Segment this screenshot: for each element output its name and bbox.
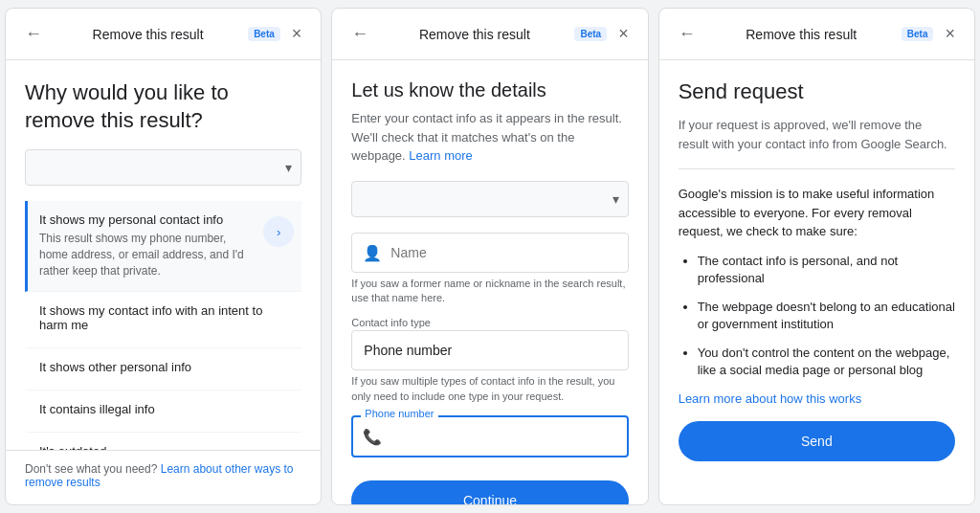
back-icon-3: ←	[679, 24, 696, 44]
panel-3-heading: Send request	[679, 79, 955, 104]
contact-type-label: Contact info type	[351, 317, 628, 328]
option-harm-title: It shows my contact info with an intent …	[39, 303, 294, 332]
panel-2-back-button[interactable]: ←	[347, 20, 372, 48]
back-icon-2: ←	[351, 24, 368, 44]
close-icon: ×	[292, 24, 302, 44]
back-icon: ←	[25, 24, 42, 44]
contact-type-field-group: Contact info type Phone number If you sa…	[351, 317, 628, 404]
panel-1-beta-badge: Beta	[248, 27, 280, 41]
panel-1: ← Remove this result Beta × Why would yo…	[5, 8, 322, 505]
panel-3-back-button[interactable]: ←	[675, 20, 700, 48]
contact-type-hint: If you saw multiple types of contact inf…	[351, 374, 628, 404]
phone-input-wrapper: Phone number 📞	[351, 415, 628, 457]
name-input-hint: If you saw a former name or nickname in …	[351, 277, 628, 306]
option-personal-contact-title: It shows my personal contact info	[39, 212, 256, 227]
panel-3-beta-badge: Beta	[902, 27, 934, 41]
name-field-group: 👤 If you saw a former name or nickname i…	[351, 233, 628, 306]
panel-1-content: Why would you like to remove this result…	[6, 60, 321, 450]
option-personal-contact[interactable]: It shows my personal contact info This r…	[25, 201, 301, 291]
name-input[interactable]	[351, 233, 628, 273]
panel-1-back-button[interactable]: ←	[21, 20, 46, 48]
panel-2-heading: Let us know the details	[351, 79, 628, 101]
panel-2-learn-more-link[interactable]: Learn more	[409, 148, 472, 163]
bullet-item-2: The webpage doesn't belong to an educati…	[698, 299, 955, 333]
continue-button[interactable]: Continue	[351, 480, 628, 504]
panel-1-footer: Don't see what you need? Learn about oth…	[6, 450, 321, 504]
panel-2-description: Enter your contact info as it appears in…	[351, 109, 628, 166]
name-input-wrapper: 👤	[351, 233, 628, 273]
panel-1-dropdown-wrapper: ▾	[25, 149, 301, 186]
option-harm[interactable]: It shows my contact info with an intent …	[25, 292, 301, 348]
phone-icon: 📞	[363, 428, 382, 446]
panel-2-dropdown-wrapper: ▾	[351, 181, 628, 217]
panel-2-content: Let us know the details Enter your conta…	[332, 60, 647, 504]
panel-1-footer-text: Don't see what you need?	[25, 462, 161, 476]
option-personal-contact-desc: This result shows my phone number, home …	[39, 231, 256, 279]
option-illegal-title: It contains illegal info	[39, 402, 294, 416]
panel-1-header: ← Remove this result Beta ×	[6, 9, 321, 60]
panel-1-option-list: It shows my personal contact info This r…	[25, 201, 301, 450]
panel-3-header: ← Remove this result Beta ×	[659, 9, 974, 60]
panel-2-close-button[interactable]: ×	[614, 20, 633, 48]
phone-label: Phone number	[361, 408, 437, 419]
option-other-personal-content: It shows other personal info	[39, 360, 294, 378]
phone-input[interactable]	[351, 415, 628, 457]
close-icon-3: ×	[945, 24, 955, 44]
panel-1-close-button[interactable]: ×	[288, 20, 306, 48]
panel-3-content: Send request If your request is approved…	[659, 60, 974, 504]
option-other-personal[interactable]: It shows other personal info	[25, 348, 301, 390]
panel-3-body-text: Google's mission is to make useful infor…	[679, 185, 955, 241]
option-outdated[interactable]: It's outdated	[25, 433, 301, 450]
panel-2-title: Remove this result	[380, 27, 568, 42]
panel-2-dropdown[interactable]	[351, 181, 628, 217]
close-icon-2: ×	[618, 24, 629, 44]
option-harm-content: It shows my contact info with an intent …	[39, 303, 294, 336]
panel-3-bullet-list: The contact info is personal, and not pr…	[679, 253, 955, 380]
panel-2: ← Remove this result Beta × Let us know …	[331, 8, 648, 505]
panel-3-title: Remove this result	[707, 27, 896, 42]
bullet-item-1: The contact info is personal, and not pr…	[698, 253, 955, 287]
option-personal-contact-arrow-button[interactable]: ›	[263, 216, 294, 247]
contact-type-display: Phone number	[351, 330, 628, 370]
person-icon: 👤	[363, 243, 382, 261]
panel-1-dropdown[interactable]	[25, 149, 301, 186]
phone-field-group: Phone number 📞	[351, 415, 628, 457]
panel-3-description: If your request is approved, we'll remov…	[679, 116, 955, 169]
option-personal-contact-content: It shows my personal contact info This r…	[39, 212, 256, 279]
panel-1-title: Remove this result	[54, 27, 242, 42]
option-other-personal-title: It shows other personal info	[39, 360, 294, 374]
option-illegal-content: It contains illegal info	[39, 402, 294, 420]
panel-2-beta-badge: Beta	[574, 27, 607, 41]
panel-2-header: ← Remove this result Beta ×	[332, 9, 647, 60]
panel-3-close-button[interactable]: ×	[941, 20, 959, 48]
arrow-right-icon: ›	[277, 225, 280, 239]
panel-3: ← Remove this result Beta × Send request…	[658, 8, 975, 505]
bullet-item-3: You don't control the content on the web…	[698, 345, 955, 379]
option-illegal[interactable]: It contains illegal info	[25, 390, 301, 433]
panel-1-question: Why would you like to remove this result…	[25, 79, 301, 134]
send-button[interactable]: Send	[679, 421, 955, 461]
panel-3-learn-more-link[interactable]: Learn more about how this works	[679, 391, 955, 406]
